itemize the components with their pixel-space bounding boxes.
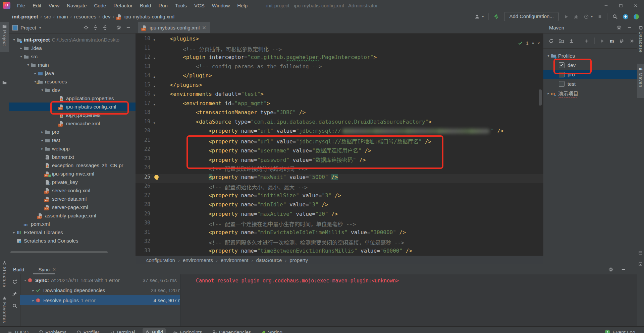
fold-close-icon[interactable]: ▴ bbox=[152, 82, 157, 91]
close-icon[interactable]: ✕ bbox=[52, 267, 56, 272]
tree-item-memcache.xml[interactable]: <>memcache.xml bbox=[9, 119, 136, 128]
tool-tab-favorites[interactable]: Favorites bbox=[0, 294, 9, 327]
checkbox-test[interactable] bbox=[559, 81, 565, 87]
search-icon[interactable] bbox=[12, 303, 17, 309]
bottom-tab-todo[interactable]: TODO bbox=[5, 328, 31, 333]
checkbox-pro[interactable] bbox=[559, 72, 565, 77]
chevron-closed-icon[interactable]: ▸ bbox=[40, 147, 45, 150]
code-line-13[interactable]: 13 <!-- config params as the following -… bbox=[136, 63, 543, 73]
chevron-open-icon[interactable]: ▾ bbox=[12, 38, 16, 42]
build-row-downloading-dependencies[interactable]: ▸Downloading dependencies23 sec, 120 ms bbox=[20, 285, 191, 295]
tree-item-server-page.xml[interactable]: <>server-page.xml bbox=[9, 203, 136, 211]
fold-open-icon[interactable]: ▾ bbox=[152, 100, 157, 110]
stop-icon[interactable] bbox=[597, 14, 602, 19]
code-line-32[interactable]: 32 <!-- 配置间隔多久才进行一次检测，检测需要关闭的空闲连接，单位是毫秒 … bbox=[136, 238, 543, 248]
code-line-33[interactable]: 33 <property name="timeBetweenEvictionRu… bbox=[136, 248, 543, 256]
breadcrumb-resources[interactable]: resources bbox=[74, 14, 96, 19]
tree-item-init-project[interactable]: ▾init-projectC:\Users\Administrator\Desk… bbox=[9, 36, 136, 44]
tool-tab-project[interactable]: Project bbox=[0, 22, 9, 52]
gear-icon[interactable] bbox=[608, 267, 613, 272]
maven-profile-dev[interactable]: dev bbox=[543, 60, 637, 70]
intention-bulb-icon[interactable] bbox=[154, 175, 159, 179]
build-hammer-icon[interactable] bbox=[493, 14, 499, 20]
refresh-icon[interactable] bbox=[549, 39, 554, 44]
run-icon[interactable] bbox=[600, 39, 605, 44]
plugin-update-icon[interactable] bbox=[633, 14, 639, 20]
code-line-28[interactable]: 28 <property name="minIdle" value="3" /> bbox=[136, 201, 543, 211]
expand-all-icon[interactable] bbox=[93, 25, 98, 30]
bottom-tab-build[interactable]: Build bbox=[143, 328, 166, 333]
build-tab-sync[interactable]: Sync ✕ bbox=[39, 267, 56, 272]
run-icon[interactable] bbox=[564, 14, 569, 19]
tool-tab-maven[interactable]: mMaven bbox=[637, 64, 644, 98]
code-line-16[interactable]: 16▾ <environments default="test"> bbox=[136, 91, 543, 100]
editor-tab[interactable]: <> ipu-mybatis-config.xml ✕ bbox=[138, 22, 210, 33]
chevron-open-icon[interactable]: ▾ bbox=[26, 63, 31, 67]
chevron-open-icon[interactable]: ▾ bbox=[19, 55, 23, 58]
code-line-29[interactable]: 29 <property name="maxActive" value="20"… bbox=[136, 211, 543, 220]
code-line-14[interactable]: 14▴ </plugin> bbox=[136, 72, 543, 82]
fold-open-icon[interactable]: ▾ bbox=[152, 36, 157, 45]
gear-icon[interactable] bbox=[116, 25, 121, 30]
code-area[interactable]: 10▾ <plugins>11 <!-- 分页插件，可根据参数定制化 -->12… bbox=[136, 36, 543, 256]
tree-item-java[interactable]: ▸java bbox=[9, 69, 136, 77]
tree-item-ipu-spring-mvc.xml[interactable]: <>ipu-spring-mvc.xml bbox=[9, 170, 136, 178]
add-configuration-button[interactable]: Add Configuration... bbox=[504, 12, 559, 21]
bottom-tab-terminal[interactable]: Terminal bbox=[107, 328, 138, 333]
maven-profile-pro[interactable]: pro bbox=[543, 70, 637, 79]
menu-edit[interactable]: Edit bbox=[30, 2, 44, 9]
tool-tab-database[interactable]: Database bbox=[637, 23, 644, 59]
tree-item-dev[interactable]: ▾dev bbox=[9, 86, 136, 94]
code-line-22[interactable]: 22 <property name="username" value="数据库连… bbox=[136, 146, 543, 155]
menu-run[interactable]: Run bbox=[155, 2, 171, 9]
chevron-open-icon[interactable]: ▾ bbox=[23, 278, 28, 282]
refresh-icon[interactable] bbox=[12, 279, 17, 284]
bottom-tab-endpoints[interactable]: Endpoints bbox=[170, 328, 205, 333]
breadcrumb-dev[interactable]: dev bbox=[102, 14, 110, 19]
tree-item-resources[interactable]: ▾resources bbox=[9, 77, 136, 86]
locate-icon[interactable] bbox=[84, 25, 89, 30]
code-line-27[interactable]: 27 <property name="initialSize" value="3… bbox=[136, 192, 543, 202]
chevron-open-icon[interactable]: ▾ bbox=[40, 88, 45, 92]
tree-item-banner.txt[interactable]: banner.txt bbox=[9, 153, 136, 161]
tree-item-application.properties[interactable]: application.properties bbox=[9, 94, 136, 103]
menu-code[interactable]: Code bbox=[91, 2, 109, 9]
code-line-21[interactable]: 21 <property name="url" value="jdbc:mysq… bbox=[136, 137, 543, 146]
gear-icon[interactable] bbox=[616, 25, 622, 30]
tree-item-pom.xml[interactable]: mpom.xml bbox=[9, 220, 136, 228]
debug-icon[interactable] bbox=[574, 14, 579, 19]
chevron-closed-icon[interactable]: ▸ bbox=[31, 288, 36, 292]
checkbox-dev[interactable] bbox=[559, 62, 565, 68]
maximize-icon[interactable] bbox=[619, 3, 623, 8]
tree-item-log4j.properties[interactable]: log4j.properties bbox=[9, 111, 136, 119]
search-icon[interactable] bbox=[612, 14, 618, 19]
horizontal-scrollbar[interactable] bbox=[10, 251, 108, 253]
menu-build[interactable]: Build bbox=[137, 2, 154, 9]
tree-item-assembly-package.xml[interactable]: <>assembly-package.xml bbox=[9, 211, 136, 220]
code-line-11[interactable]: 11 <!-- 分页插件，可根据参数定制化 --> bbox=[136, 45, 543, 54]
bottom-tab-problems[interactable]: Problems bbox=[36, 328, 69, 333]
code-line-31[interactable]: 31 <property name="minEvictableIdleTimeM… bbox=[136, 229, 543, 239]
generate-sources-icon[interactable]: G bbox=[559, 39, 564, 44]
tree-item-private_key[interactable]: ?private_key bbox=[9, 178, 136, 186]
chevron-closed-icon[interactable]: ▸ bbox=[19, 46, 23, 50]
breadcrumb-init-project[interactable]: init-project bbox=[12, 14, 38, 19]
build-row-sync-[interactable]: ▾Sync:At 2021/8/11 14:59 with 1 error37 … bbox=[20, 275, 183, 285]
editor-scrollbar[interactable] bbox=[539, 89, 542, 106]
close-icon[interactable]: ✕ bbox=[202, 25, 206, 31]
tree-item-Scratches and Consoles[interactable]: Scratches and Consoles bbox=[9, 237, 136, 245]
editor-breadcrumb-dataSource[interactable]: dataSource bbox=[256, 257, 282, 263]
chevron-closed-icon[interactable]: ▸ bbox=[40, 138, 45, 142]
menu-file[interactable]: File bbox=[14, 2, 28, 9]
chevron-closed-icon[interactable]: ▸ bbox=[40, 130, 45, 134]
chevron-closed-icon[interactable]: ▸ bbox=[546, 91, 551, 95]
editor-breadcrumb-property[interactable]: property bbox=[289, 257, 308, 263]
maven-goal-icon[interactable]: m bbox=[610, 38, 614, 44]
tree-item-ipu-mybatis-config.xml[interactable]: <>ipu-mybatis-config.xml bbox=[9, 103, 136, 111]
close-icon[interactable] bbox=[633, 3, 638, 8]
minimize-icon[interactable] bbox=[621, 267, 626, 272]
code-line-25[interactable]: 25 <property name="maxWait" value="5000"… bbox=[136, 174, 543, 183]
menu-view[interactable]: View bbox=[46, 2, 62, 9]
folder-icon[interactable] bbox=[2, 80, 7, 85]
code-line-12[interactable]: 12▾ <plugin interceptor="com.github.page… bbox=[136, 54, 543, 63]
